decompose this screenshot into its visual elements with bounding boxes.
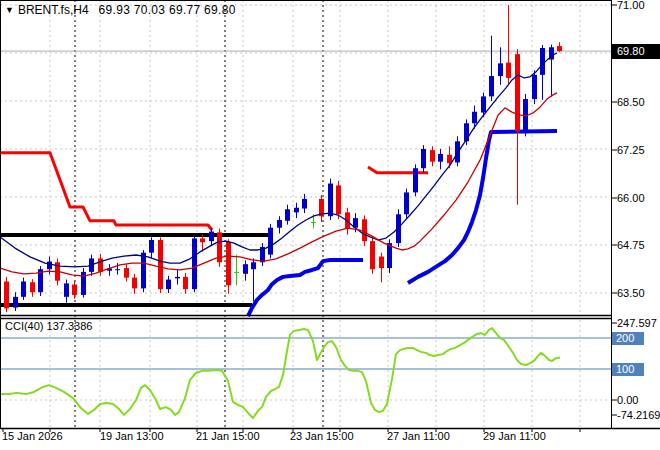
candle-body	[404, 192, 409, 214]
trading-chart-window: ▼BRENT.fs,H469.93 70.03 69.77 69.80 69.8…	[0, 0, 660, 450]
cci-axis-label: 247.597	[617, 317, 657, 330]
candle-body	[294, 208, 299, 213]
candle-body	[192, 238, 197, 289]
time-axis-label: 23 Jan 15:00	[290, 430, 354, 443]
candle-body	[302, 199, 307, 209]
candle-body	[226, 242, 231, 285]
candle-body	[268, 228, 273, 255]
candle-body	[506, 63, 511, 78]
candle-body	[166, 280, 171, 290]
symbol-timeframe-label: BRENT.fs,H4	[18, 3, 89, 17]
candle-body	[183, 277, 188, 289]
candle-body	[47, 262, 52, 270]
candle-body	[379, 257, 384, 269]
price-axis-label: 63.50	[617, 287, 645, 300]
candle-body	[124, 268, 129, 278]
cci-axis-label: 0.00	[617, 394, 638, 407]
candle-body	[557, 46, 562, 51]
candle-body	[370, 241, 375, 269]
price-axis-label: 67.25	[617, 144, 645, 157]
cci-axis-label: -74.2169	[617, 409, 660, 422]
candle-body	[311, 222, 316, 223]
trend-stop-line	[248, 260, 363, 316]
cci-level-badge: 200	[612, 332, 644, 345]
candle-body	[141, 253, 146, 289]
chart-header: ▼BRENT.fs,H469.93 70.03 69.77 69.80	[5, 4, 236, 18]
time-axis-label: 15 Jan 2026	[2, 430, 63, 443]
indicator-label: CCI(40) 137.3386	[5, 320, 92, 333]
candle-body	[234, 272, 239, 273]
time-axis-label: 29 Jan 11:00	[483, 430, 546, 443]
time-axis-label: 27 Jan 11:00	[387, 430, 450, 443]
candle-body	[30, 282, 35, 292]
time-axis-label: 19 Jan 13:00	[100, 430, 164, 443]
candle-body	[251, 262, 256, 269]
ohlc-values: 69.93 70.03 69.77 69.80	[99, 3, 236, 17]
candle-body	[421, 149, 426, 168]
candle-body	[328, 184, 333, 217]
candle-body	[72, 285, 77, 295]
candle-body	[489, 76, 494, 96]
time-axis-label: 21 Jan 15:00	[196, 430, 260, 443]
candle-body	[21, 281, 26, 296]
price-axis-label: 71.00	[617, 0, 645, 12]
candle-body	[13, 297, 18, 308]
candle-body	[115, 269, 120, 270]
candle-body	[336, 185, 341, 214]
trend-stop-line	[0, 153, 212, 230]
candle-body	[472, 112, 477, 124]
chart-canvas[interactable]	[0, 0, 660, 450]
candle-body	[158, 240, 163, 289]
candle-body	[285, 209, 290, 221]
trend-stop-line	[368, 167, 428, 173]
candle-body	[4, 281, 9, 308]
candle-body	[540, 48, 545, 75]
price-axis-label: 66.00	[617, 192, 645, 205]
candle-body	[413, 168, 418, 192]
candle-body	[175, 277, 180, 279]
candle-body	[209, 232, 214, 242]
candle-body	[64, 283, 69, 296]
candle-body	[532, 75, 537, 99]
price-axis-label: 64.75	[617, 239, 645, 252]
candle-body	[132, 278, 137, 289]
cci-level-badge: 100	[612, 363, 644, 376]
candle-body	[430, 150, 435, 162]
price-axis-label: 68.50	[617, 96, 645, 109]
bid-price-label: 69.80	[612, 44, 660, 59]
candle-body	[243, 264, 248, 274]
candle-body	[98, 258, 103, 271]
candle-body	[362, 219, 367, 241]
candle-body	[149, 240, 154, 253]
candle-body	[438, 154, 443, 162]
candle-body	[277, 220, 282, 228]
candle-body	[200, 238, 205, 242]
candle-body	[515, 54, 520, 131]
symbol-dropdown-triangle-icon[interactable]: ▼	[5, 5, 14, 15]
candle-body	[498, 63, 503, 76]
candle-body	[387, 243, 392, 268]
cci-line	[0, 328, 560, 418]
candle-body	[481, 96, 486, 112]
